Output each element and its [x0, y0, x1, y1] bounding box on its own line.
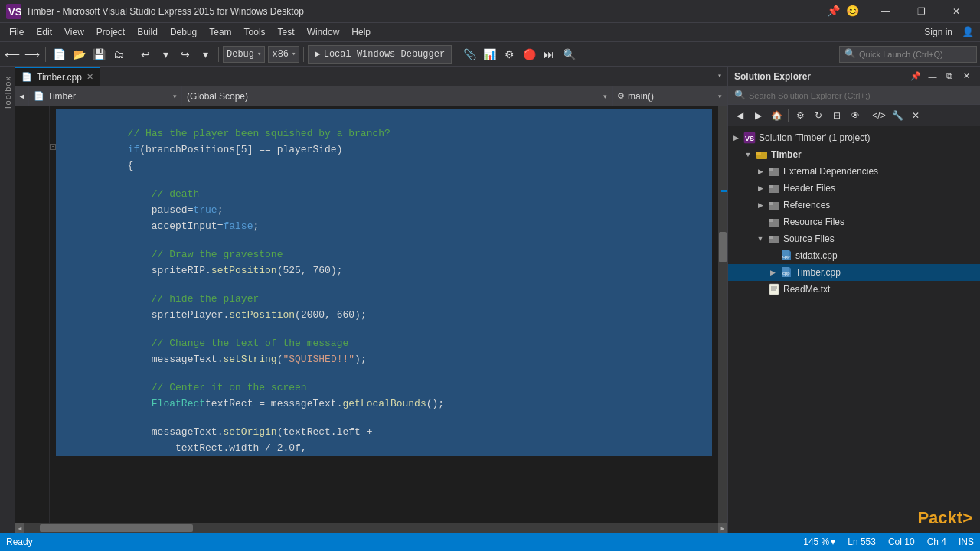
se-label-ext-deps: External Dependencies — [783, 166, 878, 177]
zoom-level: 145 % — [803, 536, 829, 547]
se-pin-button[interactable]: 📌 — [908, 69, 923, 84]
menu-help[interactable]: Help — [345, 23, 377, 42]
editor-tab-timber-cpp[interactable]: 📄 Timber.cpp ✕ — [15, 67, 100, 86]
horizontal-scrollbar[interactable]: ◀ ▶ — [15, 523, 727, 533]
code-token-msg-comment: // Change the text of the message — [56, 335, 348, 351]
attach-button[interactable]: 📎 — [460, 45, 479, 64]
scope-function-dropdown[interactable]: ⚙ main() ▾ — [612, 86, 727, 106]
window-controls: — ❐ ✕ — [868, 0, 974, 23]
more-btn[interactable]: ⚙ — [500, 45, 518, 64]
menu-edit[interactable]: Edit — [30, 23, 58, 42]
play-icon: ▶ — [315, 48, 320, 60]
menu-bar: File Edit View Project Build Debug Team … — [0, 23, 980, 42]
perf-button[interactable]: 📊 — [480, 45, 498, 64]
se-collapse-button[interactable]: ⊟ — [828, 107, 845, 124]
se-item-readme[interactable]: ReadMe.txt — [728, 281, 980, 298]
tab-scroll-button[interactable]: ▾ — [712, 67, 727, 86]
code-area[interactable]: - // Has the player been squished by a b… — [15, 106, 727, 523]
code-content[interactable]: - // Has the player been squished by a b… — [50, 106, 718, 523]
sign-in-link[interactable]: Sign in — [918, 27, 959, 37]
se-back-button[interactable]: ◀ — [731, 107, 748, 124]
se-label-readme: ReadMe.txt — [783, 284, 830, 295]
scrollbar-thumb[interactable] — [719, 232, 727, 262]
menu-tools[interactable]: Tools — [238, 23, 272, 42]
start-debugging-button[interactable]: ▶ Local Windows Debugger — [308, 45, 452, 64]
save-button[interactable]: 💾 — [90, 45, 108, 64]
code-line-floatrect: FloatRect textRect = messageText. getLoc… — [56, 396, 712, 412]
file-icon: 📄 — [21, 72, 32, 82]
horizontal-scroll-thumb[interactable] — [40, 524, 193, 532]
line-numbers — [15, 106, 50, 523]
se-prop-button[interactable]: 🔧 — [889, 107, 906, 124]
se-close-button[interactable]: ✕ — [959, 69, 974, 84]
menu-build[interactable]: Build — [131, 23, 164, 42]
watch-btn[interactable]: 🔍 — [560, 45, 578, 64]
debug-config-dropdown[interactable]: Debug ▾ — [223, 46, 265, 63]
solution-explorer-search-input[interactable] — [749, 91, 974, 100]
se-item-timber-project[interactable]: ▼ Timber — [728, 146, 980, 163]
scope-global-dropdown[interactable]: (Global Scope) ▾ — [182, 86, 612, 106]
se-item-references[interactable]: ▶ References — [728, 197, 980, 214]
se-item-solution[interactable]: ▶ VS Solution 'Timber' (1 project) — [728, 129, 980, 146]
se-arrow-timber-cpp: ▶ — [768, 268, 777, 277]
se-item-resource-files[interactable]: Resource Files — [728, 214, 980, 230]
se-label-solution: Solution 'Timber' (1 project) — [759, 132, 871, 143]
se-item-timber-cpp[interactable]: ▶ cpp Timber.cpp — [728, 264, 980, 281]
menu-file[interactable]: File — [3, 23, 30, 42]
se-item-source-files[interactable]: ▼ Source Files — [728, 230, 980, 247]
se-refresh-button[interactable]: ↻ — [810, 107, 827, 124]
se-search-icon: 🔍 — [734, 90, 746, 101]
scroll-left-button[interactable]: ◀ — [15, 523, 24, 533]
menu-team[interactable]: Team — [203, 23, 237, 42]
redo-dropdown[interactable]: ▾ — [196, 45, 214, 64]
platform-dropdown[interactable]: x86 ▾ — [268, 46, 299, 63]
se-icon-references — [768, 199, 780, 211]
undo-dropdown[interactable]: ▾ — [156, 45, 175, 64]
code-token-true: true — [193, 202, 217, 218]
back-button[interactable]: ⟵ — [3, 45, 21, 64]
collapse-indicator[interactable]: - — [50, 139, 56, 155]
vertical-scrollbar[interactable] — [718, 106, 727, 523]
undo-button[interactable]: ↩ — [136, 45, 155, 64]
se-settings-button[interactable]: ⚙ — [792, 107, 808, 124]
se-item-external-deps[interactable]: ▶ External Dependencies — [728, 163, 980, 180]
open-file-button[interactable]: 📂 — [70, 45, 88, 64]
code-token-bounds-paren: (); — [426, 396, 444, 412]
close-button[interactable]: ✕ — [939, 0, 974, 23]
se-minimize-button[interactable]: — — [925, 69, 940, 84]
code-line-comment-hide: // hide the player — [56, 291, 712, 307]
se-float-button[interactable]: ⧉ — [942, 69, 957, 84]
se-show-all-button[interactable]: 👁 — [847, 107, 864, 124]
se-forward-button[interactable]: ▶ — [750, 107, 766, 124]
scope-left-arrow[interactable]: ◀ — [15, 86, 29, 106]
redo-button[interactable]: ↪ — [176, 45, 194, 64]
se-item-stdafx[interactable]: cpp stdafx.cpp — [728, 247, 980, 264]
menu-project[interactable]: Project — [90, 23, 131, 42]
se-close2-button[interactable]: ✕ — [907, 107, 924, 124]
se-home-button[interactable]: 🏠 — [768, 107, 785, 124]
zoom-control[interactable]: 145 % ▾ — [803, 536, 835, 547]
code-token-close-paren: ); — [354, 351, 367, 367]
code-token-if: if — [56, 142, 139, 158]
main-area: Toolbox 📄 Timber.cpp ✕ ▾ ◀ 📄 Timber ▾ — [0, 67, 980, 533]
menu-debug[interactable]: Debug — [164, 23, 203, 42]
se-code-button[interactable]: </> — [871, 107, 887, 124]
tab-close-button[interactable]: ✕ — [87, 72, 93, 82]
new-file-button[interactable]: 📄 — [50, 45, 68, 64]
menu-test[interactable]: Test — [272, 23, 301, 42]
breakpoint-btn[interactable]: 🔴 — [520, 45, 538, 64]
minimize-button[interactable]: — — [868, 0, 903, 23]
forward-button[interactable]: ⟶ — [23, 45, 41, 64]
se-item-header-files[interactable]: ▶ Header Files — [728, 180, 980, 197]
scope-context-dropdown[interactable]: 📄 Timber ▾ — [29, 86, 182, 106]
save-all-button[interactable]: 🗂 — [109, 45, 128, 64]
menu-window[interactable]: Window — [301, 23, 346, 42]
step-btn[interactable]: ⏭ — [540, 45, 558, 64]
se-header-controls: 📌 — ⧉ ✕ — [908, 69, 974, 84]
code-token-semi1: ; — [217, 202, 224, 218]
se-icon-source-files — [768, 233, 780, 245]
menu-view[interactable]: View — [58, 23, 90, 42]
maximize-button[interactable]: ❐ — [903, 0, 939, 23]
scroll-right-button[interactable]: ▶ — [718, 523, 727, 533]
svg-rect-9 — [769, 185, 773, 188]
